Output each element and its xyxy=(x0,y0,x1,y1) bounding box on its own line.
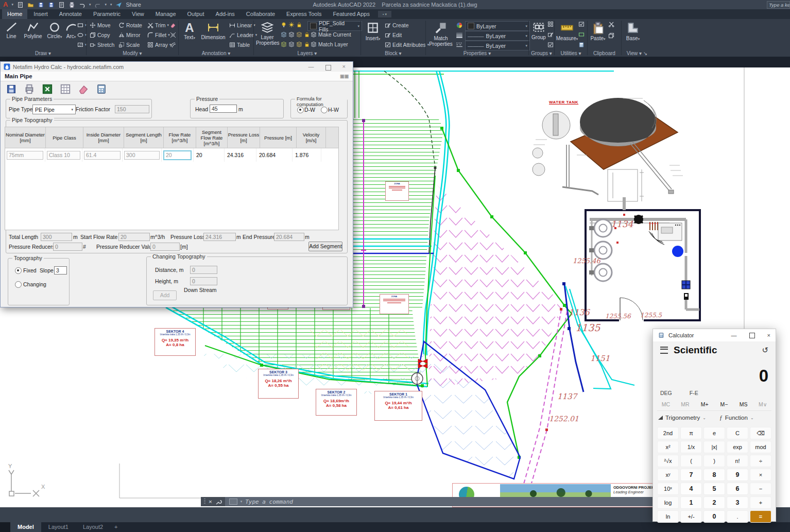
calc-fe-button[interactable]: F-E xyxy=(690,390,698,396)
dimension-button[interactable]: Dimension xyxy=(198,21,228,40)
panel-label-block[interactable]: Block ▾ xyxy=(361,50,425,56)
layer-merge-icon[interactable] xyxy=(296,41,302,47)
print-icon[interactable] xyxy=(24,83,35,95)
group-select-icon[interactable] xyxy=(547,42,554,48)
ellipse-tool-icon[interactable]: ▾ xyxy=(77,32,87,38)
color-dropdown[interactable]: ByLayer▾ xyxy=(465,21,530,31)
logo-caret-icon[interactable]: ▾ xyxy=(11,3,13,7)
add-topography-button[interactable]: Add xyxy=(153,290,177,300)
fillet-button[interactable]: Fillet▾ xyxy=(147,32,170,38)
key-decimal[interactable]: . xyxy=(727,510,748,523)
key-sqrt[interactable]: ²√x xyxy=(657,455,679,467)
end-pressure-field[interactable]: 20.684 xyxy=(274,233,304,241)
key-mod[interactable]: mod xyxy=(750,441,771,453)
key-1[interactable]: 1 xyxy=(680,496,702,509)
linear-button[interactable]: Linear▾ xyxy=(229,22,255,28)
select-window-icon[interactable] xyxy=(578,31,585,38)
dialog-title-bar[interactable]: Netafim Hydro Calc - hydrocalc.netafim.c… xyxy=(1,62,353,72)
layer-walk-icon[interactable] xyxy=(281,41,287,47)
insert-block-button[interactable]: Insert▾ xyxy=(363,21,383,42)
calc-mminus-button[interactable]: M− xyxy=(714,401,734,407)
group-edit-icon[interactable] xyxy=(547,31,554,38)
tab-output[interactable]: Output xyxy=(182,9,210,19)
group-button[interactable]: Group xyxy=(530,21,547,40)
grip-icon[interactable] xyxy=(204,499,205,505)
key-8[interactable]: 8 xyxy=(703,469,725,481)
calc-mode-label[interactable]: Scientific xyxy=(674,345,717,356)
start-flow-field[interactable]: 20 xyxy=(118,233,150,241)
make-current-button[interactable]: Make Current xyxy=(311,31,351,38)
tab-add-ins[interactable]: Add-ins xyxy=(211,9,240,19)
new-file-icon[interactable] xyxy=(17,2,24,8)
linetype-dropdown[interactable]: ———ByLayer▾ xyxy=(465,41,530,50)
tab-home[interactable]: Home xyxy=(2,9,27,19)
share-button[interactable]: Share xyxy=(126,2,141,8)
quick-calc-icon[interactable] xyxy=(578,42,585,48)
dialog-maximize-button[interactable] xyxy=(325,65,331,71)
key-abs[interactable]: |x| xyxy=(703,441,725,453)
redo-caret-icon[interactable]: ▾ xyxy=(105,3,107,7)
hatch-tool-icon[interactable]: ▾ xyxy=(77,42,87,48)
key-factorial[interactable]: n! xyxy=(727,455,748,467)
tab-parametric[interactable]: Parametric xyxy=(88,9,126,19)
key-negate[interactable]: +/- xyxy=(680,510,702,523)
key-5[interactable]: 5 xyxy=(703,483,725,495)
hw-radio[interactable] xyxy=(321,107,328,113)
tab-collaborate[interactable]: Collaborate xyxy=(241,9,280,19)
copy-clip-icon[interactable] xyxy=(608,32,614,39)
panel-label-layers[interactable]: Layers ▾ xyxy=(254,50,360,56)
pipe-class-input[interactable]: Class 10 xyxy=(47,151,80,160)
panel-label-utilities[interactable]: Utilities ▾ xyxy=(555,50,587,56)
wrench-icon[interactable] xyxy=(215,499,222,505)
redo-icon[interactable] xyxy=(94,2,101,8)
main-pipe-window-icon[interactable]: ▣▣ xyxy=(340,74,349,79)
dialog-close-button[interactable]: × xyxy=(342,63,346,71)
rotate-button[interactable]: Rotate xyxy=(118,22,142,28)
polyline-button[interactable]: Polyline xyxy=(22,21,44,39)
key-plus[interactable]: + xyxy=(750,496,771,509)
close-command-icon[interactable]: × xyxy=(209,499,212,505)
help-search-input[interactable]: Type a ke xyxy=(767,1,790,9)
flow-rate-input[interactable]: 20 xyxy=(163,150,192,160)
calc-mplus-button[interactable]: M+ xyxy=(695,401,714,407)
inside-diameter-input[interactable]: 61.4 xyxy=(84,151,121,160)
layer-dropdown[interactable]: PDF_Solid Fills▾ xyxy=(307,21,362,31)
calculator-title-bar[interactable]: Calculator — × xyxy=(653,329,776,341)
array-button[interactable]: Array▾ xyxy=(147,42,171,48)
tab-layout1[interactable]: Layout1 xyxy=(41,522,76,532)
calc-mr-button[interactable]: MR xyxy=(676,401,695,407)
tab-express-tools[interactable]: Express Tools xyxy=(281,9,327,19)
key-9[interactable]: 9 xyxy=(727,469,748,481)
new-layout-button[interactable]: + xyxy=(110,522,122,532)
dw-radio[interactable] xyxy=(297,107,304,113)
total-length-field[interactable]: 300 xyxy=(41,233,72,241)
calc-ms-button[interactable]: MS xyxy=(734,401,753,407)
key-power[interactable]: xʸ xyxy=(657,469,679,481)
calc-close-button[interactable]: × xyxy=(767,332,770,338)
circle-button[interactable]: Circle▾ xyxy=(45,21,64,40)
key-equals[interactable]: = xyxy=(750,510,771,523)
key-7[interactable]: 7 xyxy=(680,469,702,481)
export-icon[interactable] xyxy=(58,2,65,8)
key-minus[interactable]: − xyxy=(750,483,771,495)
key-pi[interactable]: π xyxy=(680,427,702,439)
move-button[interactable]: Move xyxy=(90,22,111,28)
lineweight-dropdown[interactable]: ———ByLayer▾ xyxy=(465,31,530,41)
explode-button[interactable] xyxy=(170,32,176,38)
calc-history-icon[interactable]: ↺ xyxy=(762,346,768,355)
mirror-button[interactable]: Mirror xyxy=(118,32,140,38)
fixed-radio[interactable] xyxy=(15,267,22,274)
eraser-icon[interactable] xyxy=(78,83,89,95)
calc-mdrop-button[interactable]: M∨ xyxy=(753,401,772,407)
key-backspace[interactable]: ⌫ xyxy=(750,427,771,439)
layer-unlock-icon[interactable] xyxy=(304,31,310,38)
share-icon[interactable] xyxy=(115,2,122,8)
stretch-button[interactable]: Stretch xyxy=(90,42,114,48)
add-segment-button[interactable]: Add Segment xyxy=(308,242,342,251)
key-ln[interactable]: ln xyxy=(657,510,679,523)
key-2[interactable]: 2 xyxy=(703,496,725,509)
layer-off-icon[interactable] xyxy=(296,31,302,38)
nominal-diameter-input[interactable]: 75mm xyxy=(7,151,43,160)
base-button[interactable]: Base▾ xyxy=(624,21,642,42)
layer-lock-icon[interactable] xyxy=(296,22,302,28)
